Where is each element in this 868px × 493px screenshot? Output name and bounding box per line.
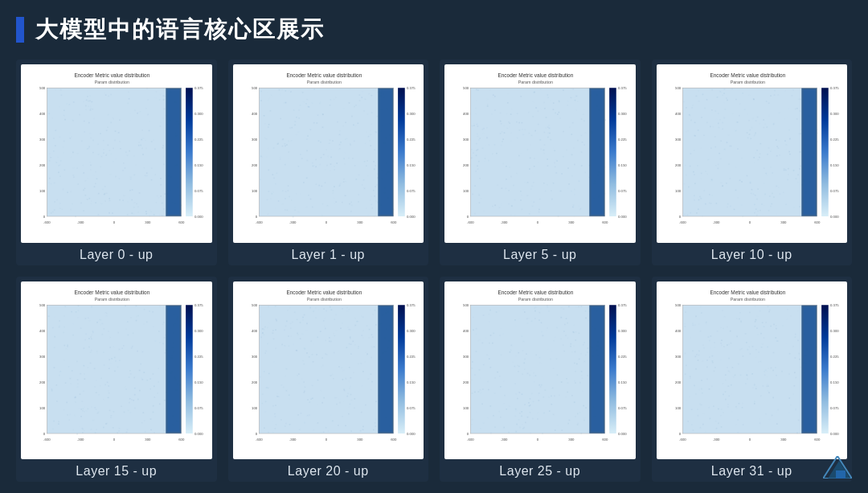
- svg-rect-982: [683, 183, 685, 185]
- svg-rect-1804: [338, 366, 340, 368]
- svg-rect-2120: [481, 403, 483, 405]
- svg-rect-93: [129, 120, 131, 121]
- svg-rect-1678: [303, 392, 305, 393]
- svg-rect-1840: [284, 425, 285, 427]
- svg-rect-666: [533, 182, 534, 183]
- svg-rect-781: [482, 124, 484, 125]
- svg-rect-1462: [96, 409, 97, 410]
- svg-rect-86: [96, 178, 98, 179]
- svg-text:600: 600: [602, 437, 608, 441]
- svg-rect-2531: [697, 414, 698, 416]
- svg-rect-2195: [541, 331, 542, 332]
- svg-rect-1955: [547, 306, 549, 308]
- svg-rect-577: [269, 97, 271, 99]
- svg-rect-60: [106, 193, 108, 195]
- svg-rect-804: [483, 128, 485, 129]
- svg-rect-938: [550, 100, 551, 101]
- svg-rect-2468: [739, 348, 741, 350]
- chart-cell-5: Encoder Metric value distributionParam d…: [228, 277, 429, 483]
- svg-rect-1018: [783, 170, 784, 171]
- svg-rect-2091: [571, 351, 573, 352]
- svg-rect-1315: [58, 421, 59, 422]
- svg-rect-1350: [59, 374, 60, 376]
- chart-grid: Encoder Metric value distributionParam d…: [0, 53, 868, 490]
- svg-rect-1337: [162, 323, 164, 325]
- svg-rect-20: [160, 125, 162, 127]
- svg-rect-2572: [720, 327, 722, 328]
- svg-rect-1703: [341, 367, 342, 368]
- svg-rect-1411: [77, 317, 79, 318]
- svg-rect-526: [311, 162, 313, 164]
- svg-rect-853: [546, 117, 547, 118]
- svg-rect-2412: [764, 371, 765, 372]
- svg-rect-2556: [767, 346, 768, 347]
- svg-rect-584: [363, 110, 365, 112]
- svg-rect-2506: [764, 374, 765, 376]
- svg-rect-482: [309, 199, 311, 200]
- chart-cell-0: Encoder Metric value distributionParam d…: [16, 60, 217, 265]
- svg-text:200: 200: [252, 380, 258, 384]
- svg-rect-2470: [742, 424, 743, 425]
- svg-rect-1668: [301, 378, 302, 380]
- svg-rect-2223: [541, 308, 542, 310]
- chart-cell-2: Encoder Metric value distributionParam d…: [440, 60, 641, 265]
- svg-rect-2446: [702, 413, 704, 414]
- svg-rect-1430: [67, 344, 68, 346]
- svg-rect-19: [163, 208, 165, 210]
- svg-rect-707: [541, 109, 542, 110]
- svg-rect-531: [285, 209, 286, 211]
- svg-rect-1355: [83, 390, 84, 392]
- svg-rect-2206: [575, 371, 576, 372]
- svg-rect-598: [375, 132, 377, 134]
- svg-rect-2026: [542, 396, 544, 397]
- svg-rect-932: [520, 191, 522, 192]
- svg-rect-2009: [526, 353, 527, 355]
- svg-rect-2219: [503, 402, 505, 404]
- svg-rect-1468: [108, 385, 109, 387]
- svg-rect-1773: [348, 308, 350, 310]
- svg-rect-333: [330, 149, 332, 150]
- svg-rect-2405: [737, 419, 739, 421]
- svg-rect-2343: [697, 359, 698, 361]
- svg-rect-2068: [494, 426, 496, 428]
- svg-rect-2060: [502, 333, 504, 335]
- svg-rect-2040: [538, 394, 539, 396]
- svg-rect-1142: [715, 119, 717, 121]
- svg-rect-158: [52, 212, 54, 213]
- svg-rect-1502: [130, 372, 132, 374]
- svg-rect-48: [55, 129, 56, 131]
- svg-rect-2077: [488, 388, 489, 390]
- svg-rect-103: [151, 141, 153, 142]
- svg-rect-1258: [773, 196, 775, 198]
- svg-rect-799: [476, 143, 477, 145]
- svg-rect-237: [154, 174, 156, 175]
- svg-text:-300: -300: [501, 437, 508, 441]
- svg-rect-695: [488, 160, 489, 162]
- svg-rect-1234: [720, 140, 722, 142]
- svg-rect-523: [370, 134, 371, 136]
- svg-rect-617: [349, 203, 350, 205]
- svg-rect-1485: [90, 362, 92, 364]
- svg-rect-886: [497, 184, 498, 186]
- svg-rect-1078: [718, 123, 719, 125]
- svg-rect-352: [306, 99, 308, 101]
- svg-rect-1791: [370, 373, 371, 375]
- svg-rect-1643: [338, 425, 339, 426]
- svg-rect-1322: [77, 383, 79, 384]
- svg-text:0.225: 0.225: [406, 354, 415, 358]
- svg-rect-2098: [575, 331, 577, 332]
- svg-rect-305: [167, 89, 179, 214]
- svg-rect-91: [88, 178, 89, 179]
- svg-rect-1784: [311, 354, 313, 355]
- svg-rect-463: [337, 121, 338, 123]
- svg-rect-449: [335, 201, 337, 203]
- svg-rect-2307: [695, 368, 697, 369]
- svg-rect-792: [575, 100, 576, 101]
- svg-rect-2346: [794, 357, 796, 359]
- svg-rect-1960: [569, 419, 571, 421]
- svg-rect-1175: [756, 199, 758, 200]
- svg-rect-1734: [364, 361, 366, 363]
- svg-rect-1304: [143, 412, 145, 413]
- svg-rect-1389: [111, 414, 113, 416]
- svg-rect-824: [519, 129, 521, 131]
